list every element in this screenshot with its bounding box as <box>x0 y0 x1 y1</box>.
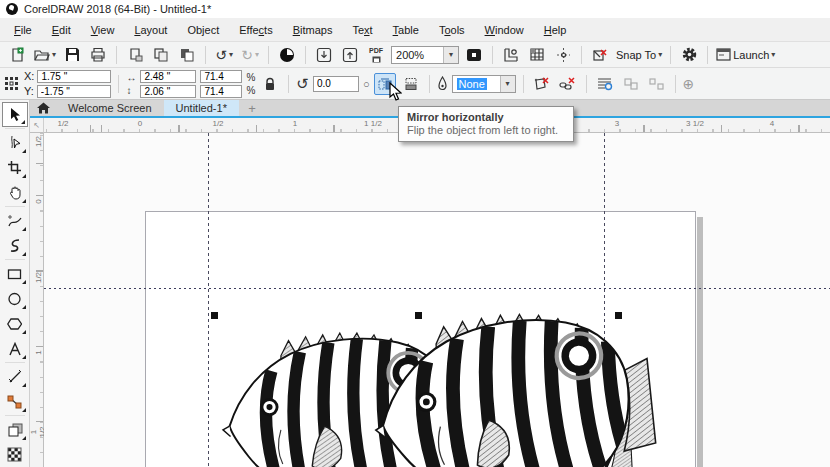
show-grid-button[interactable] <box>526 44 548 66</box>
copy-button[interactable] <box>150 44 172 66</box>
wrap-text-icon <box>596 76 613 91</box>
menu-layout[interactable]: Layout <box>124 20 177 40</box>
vertical-ruler[interactable]: 1/2 0 1/2 1 1 1/2 <box>30 133 44 467</box>
rotation-angle-field[interactable] <box>313 76 359 92</box>
y-label: Y: <box>24 85 34 97</box>
scale-y-field[interactable] <box>200 85 242 98</box>
outline-width-combo[interactable]: None ▾ <box>452 75 516 93</box>
crop-tool[interactable] <box>2 155 28 180</box>
polygon-tool[interactable] <box>2 311 28 336</box>
toolbar-separator <box>707 46 708 64</box>
ruler-origin-corner[interactable]: ↖ <box>30 118 44 133</box>
menu-effects[interactable]: Effects <box>229 20 282 40</box>
import-button[interactable] <box>313 44 335 66</box>
drop-shadow-tool[interactable] <box>2 417 28 442</box>
remove-link-button[interactable] <box>557 73 579 95</box>
open-button[interactable]: ▾ <box>32 44 57 66</box>
zoom-level-dropdown-button[interactable]: ▾ <box>443 47 458 63</box>
main-area: Welcome Screen Untitled-1* + ↖ 1/2 0 1/2… <box>0 100 830 467</box>
toolbar-separator <box>675 75 676 93</box>
menu-edit[interactable]: Edit <box>42 20 81 40</box>
freehand-tool[interactable] <box>2 208 28 233</box>
new-document-icon <box>9 47 25 63</box>
search-content-button[interactable] <box>276 44 298 66</box>
guidelines-icon <box>556 47 571 63</box>
scale-x-field[interactable] <box>200 70 242 83</box>
text-tool[interactable] <box>2 336 28 361</box>
publish-pdf-button[interactable]: PDF <box>365 44 387 66</box>
y-position-field[interactable] <box>37 85 111 98</box>
redo-button[interactable]: ↻ ▾ <box>239 44 261 66</box>
zoom-level-value[interactable]: 200% <box>392 49 436 61</box>
new-tab-button[interactable]: + <box>239 100 265 116</box>
launch-button[interactable]: Launch ▾ <box>715 44 776 66</box>
new-document-button[interactable] <box>6 44 28 66</box>
print-button[interactable] <box>87 44 109 66</box>
snap-off-button[interactable] <box>589 44 611 66</box>
cut-button[interactable] <box>124 44 146 66</box>
dimension-tool[interactable] <box>2 364 28 389</box>
outline-width-dropdown-button[interactable]: ▾ <box>500 76 515 92</box>
selection-handle-top-right[interactable] <box>615 312 622 319</box>
selection-handle-top-left[interactable] <box>211 312 218 319</box>
ellipse-tool[interactable] <box>2 286 28 311</box>
outline-width-value[interactable]: None <box>457 78 487 90</box>
save-button[interactable] <box>61 44 83 66</box>
tab-welcome-screen[interactable]: Welcome Screen <box>56 100 164 116</box>
pan-tool[interactable] <box>2 180 28 205</box>
menu-tools[interactable]: Tools <box>429 20 475 40</box>
group-objects-button[interactable] <box>620 73 642 95</box>
object-width-field[interactable] <box>140 70 196 83</box>
tab-untitled-1[interactable]: Untitled-1* <box>164 100 239 116</box>
transparency-tool[interactable] <box>2 442 28 467</box>
show-rulers-button[interactable] <box>500 44 522 66</box>
menu-table[interactable]: Table <box>383 20 429 40</box>
menu-view[interactable]: View <box>81 20 125 40</box>
rectangle-tool[interactable] <box>2 261 28 286</box>
toolbar-separator <box>581 46 582 64</box>
wrap-text-button[interactable] <box>594 73 616 95</box>
h-ruler-label: 0 <box>138 119 142 128</box>
plus-icon: + <box>248 101 256 116</box>
ungroup-objects-button[interactable] <box>646 73 668 95</box>
toolbar-separator <box>205 46 206 64</box>
fish-artwork[interactable] <box>44 133 816 467</box>
menu-bar: File Edit View Layout Object Effects Bit… <box>0 18 830 42</box>
drawing-canvas[interactable] <box>44 133 830 467</box>
x-position-field[interactable] <box>37 70 111 83</box>
object-height-field[interactable] <box>140 85 196 98</box>
export-button[interactable] <box>339 44 361 66</box>
object-height-icon: ↕ <box>126 85 136 96</box>
selection-handle-top-middle[interactable] <box>415 312 422 319</box>
show-guidelines-button[interactable] <box>552 44 574 66</box>
full-screen-preview-button[interactable] <box>463 44 485 66</box>
pick-tool[interactable] <box>2 102 28 127</box>
fish-middle[interactable] <box>370 308 659 467</box>
menu-help[interactable]: Help <box>534 20 577 40</box>
shape-tool[interactable] <box>2 130 28 155</box>
artistic-media-tool[interactable] <box>2 233 28 258</box>
menu-bitmaps[interactable]: Bitmaps <box>283 20 343 40</box>
options-button[interactable] <box>678 44 700 66</box>
zoom-level-combo[interactable]: 200% ▾ <box>391 46 459 64</box>
menu-file[interactable]: File <box>4 20 42 40</box>
toolbar-separator <box>670 46 671 64</box>
grid-icon <box>529 47 545 62</box>
tab-welcome-label: Welcome Screen <box>68 102 152 114</box>
undo-caret-icon[interactable]: ▾ <box>229 51 233 59</box>
add-plus-icon[interactable]: ⊕ <box>683 76 695 92</box>
mirror-vertical-button[interactable] <box>400 73 422 95</box>
home-tab-button[interactable] <box>30 100 56 116</box>
menu-object[interactable]: Object <box>177 20 229 40</box>
corel-connect-icon <box>279 47 295 63</box>
menu-window[interactable]: Window <box>475 20 534 40</box>
paste-button[interactable] <box>176 44 198 66</box>
remove-perspective-button[interactable] <box>531 73 553 95</box>
connector-tool[interactable] <box>2 389 28 414</box>
undo-button[interactable]: ↺ ▾ <box>213 44 235 66</box>
open-caret-icon[interactable]: ▾ <box>52 51 56 59</box>
lock-ratio-button[interactable] <box>259 73 281 95</box>
menu-text[interactable]: Text <box>342 20 382 40</box>
v-ruler-label: 1 <box>34 346 43 360</box>
snap-to-button[interactable]: Snap To ▾ <box>615 44 663 66</box>
